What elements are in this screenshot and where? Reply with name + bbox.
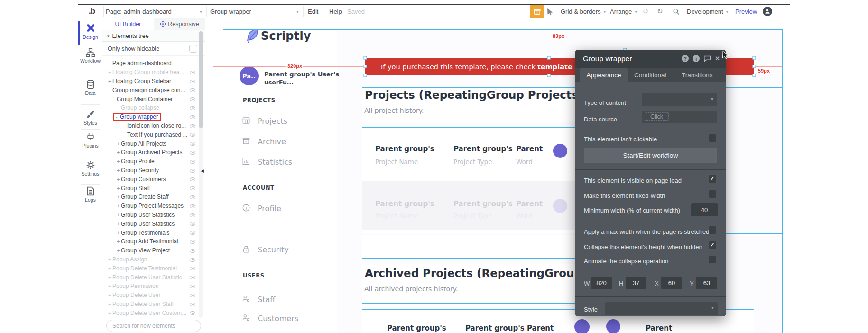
eye-icon[interactable] — [190, 151, 195, 155]
eye-icon[interactable] — [190, 133, 195, 137]
tree-item[interactable]: +Group Create Staff — [102, 193, 205, 202]
nav-item-customers[interactable]: Customers — [258, 314, 298, 323]
y-input[interactable]: 63 — [696, 277, 717, 289]
rail-item-styles[interactable]: Styles — [78, 110, 102, 126]
visible-on-load-checkbox[interactable] — [709, 175, 716, 183]
eye-icon[interactable] — [190, 258, 195, 262]
rail-item-workflow[interactable]: Workflow — [78, 48, 102, 64]
action-button[interactable] — [553, 144, 567, 158]
nav-item-statistics[interactable]: Statistics — [258, 157, 292, 166]
max-width-checkbox[interactable] — [709, 226, 716, 234]
tree-item[interactable]: Text If you purchased ... — [102, 130, 205, 139]
user-avatar[interactable] — [763, 7, 772, 16]
eye-icon[interactable] — [190, 186, 195, 190]
selection-handle[interactable] — [364, 74, 367, 77]
tree-item[interactable]: +Group User Statistics — [102, 219, 205, 228]
tree-item[interactable]: +Group Staff — [102, 184, 205, 193]
tree-item[interactable]: IonicIcon ion-close-ro... — [102, 121, 205, 130]
tree-item[interactable]: Page admin-dashboard — [102, 59, 205, 68]
hideable-checkbox[interactable] — [189, 45, 197, 53]
selection-handle[interactable] — [364, 56, 367, 60]
search-icon[interactable] — [673, 5, 680, 18]
eye-icon[interactable] — [190, 97, 195, 101]
selection-handle[interactable] — [547, 56, 551, 60]
eye-icon[interactable] — [190, 142, 195, 146]
style-dropdown[interactable]: ▾ — [605, 302, 718, 315]
tree-item-selected[interactable]: -Group wrapper — [102, 112, 205, 121]
tree-item[interactable]: +Popup Assign — [102, 255, 205, 264]
tab-conditional[interactable]: Conditional — [634, 68, 666, 82]
eye-icon[interactable] — [190, 311, 195, 315]
tree-item[interactable]: +Group All Projects — [102, 139, 205, 148]
tree-item[interactable]: +Floating Group mobile hea... — [102, 68, 205, 77]
gift-icon[interactable] — [530, 5, 544, 18]
tree-item[interactable]: -Group Main Container — [102, 94, 205, 103]
panel-collapse-icon[interactable]: ◀ — [201, 168, 204, 173]
tree-item[interactable]: +Group Profile — [102, 157, 205, 166]
type-of-content-dropdown[interactable]: ▾ — [642, 93, 717, 106]
info-icon[interactable]: i — [693, 55, 700, 62]
tree-item[interactable]: +Group Add Testimonial — [102, 237, 205, 246]
eye-icon[interactable] — [190, 249, 195, 253]
eye-icon[interactable] — [190, 240, 195, 244]
preview-button[interactable]: Preview — [735, 5, 757, 18]
tree-item[interactable]: +Popup Delete User Statistic — [102, 273, 205, 282]
eye-icon[interactable] — [190, 294, 195, 297]
start-edit-workflow-button[interactable]: Start/Edit workflow — [584, 148, 717, 163]
nav-item-profile[interactable]: Profile — [258, 204, 281, 213]
bubble-logo[interactable]: .b — [89, 5, 95, 18]
eye-icon[interactable] — [190, 231, 195, 235]
eye-icon[interactable] — [190, 285, 195, 288]
help-menu[interactable]: Help — [329, 5, 342, 18]
eye-icon[interactable] — [190, 195, 195, 199]
tree-item[interactable]: +Popup Delete User Staff — [102, 300, 205, 309]
elements-tree-header[interactable]: ▾ Elements tree — [102, 30, 205, 42]
tree-item[interactable]: +Popup Delete User Custom... — [102, 308, 205, 317]
tree-item[interactable]: +Group View Project — [102, 246, 205, 255]
selection-handle[interactable] — [547, 74, 551, 77]
action-button[interactable] — [574, 319, 590, 333]
tab-ui-builder[interactable]: UI Builder — [102, 18, 154, 30]
collapse-height-checkbox[interactable] — [709, 241, 716, 249]
tree-item[interactable]: Group collapse — [102, 103, 205, 112]
data-source-value[interactable]: Click — [645, 112, 669, 121]
eye-icon[interactable] — [190, 177, 195, 181]
tree-item[interactable]: +Group Archived Projects — [102, 148, 205, 157]
eye-icon[interactable] — [190, 115, 195, 119]
environment-selector[interactable]: Development▾ — [687, 5, 729, 18]
grid-borders-menu[interactable]: Grid & borders▾ — [561, 5, 606, 18]
eye-icon[interactable] — [190, 80, 195, 83]
tree-item[interactable]: +Popup Delete User — [102, 291, 205, 300]
eye-icon[interactable] — [190, 160, 195, 164]
eye-icon[interactable] — [190, 71, 195, 74]
nav-item-security[interactable]: Security — [258, 245, 289, 254]
eye-icon[interactable] — [190, 276, 195, 279]
edit-menu[interactable]: Edit — [308, 5, 318, 18]
undo-icon[interactable]: ↺ — [643, 5, 649, 18]
tab-responsive[interactable]: Responsive — [154, 18, 205, 30]
selection-handle[interactable] — [364, 65, 367, 68]
tab-appearance[interactable]: Appearance — [580, 68, 628, 82]
nav-item-projects[interactable]: Projects — [258, 117, 287, 126]
tree-item[interactable]: +Popup Delete Testimonial — [102, 264, 205, 273]
tree-item[interactable]: +Group Testimonials — [102, 228, 205, 237]
tree-item[interactable]: +Floating Group Sidebar — [102, 77, 205, 86]
page-selector[interactable]: Page: admin-dashboard — [106, 5, 172, 18]
tree-item[interactable]: +Group Customers — [102, 175, 205, 184]
scrollbar-thumb[interactable] — [199, 31, 203, 128]
rail-item-logs[interactable]: Logs — [78, 186, 102, 203]
rail-item-data[interactable]: Data — [78, 80, 102, 96]
tree-item[interactable]: +Group Project Messages — [102, 202, 205, 211]
eye-icon[interactable] — [190, 213, 195, 217]
w-input[interactable]: 820 — [591, 277, 612, 289]
selection-handle[interactable] — [753, 65, 756, 68]
tree-item[interactable]: -Group margin collapse con... — [102, 85, 205, 94]
nav-item-archive[interactable]: Archive — [258, 137, 286, 146]
eye-icon[interactable] — [190, 303, 195, 306]
animate-collapse-checkbox[interactable] — [709, 256, 716, 263]
help-icon[interactable]: ? — [682, 55, 689, 62]
data-source-field[interactable]: Click — [642, 111, 717, 123]
nav-item-staff[interactable]: Staff — [258, 295, 275, 304]
eye-icon[interactable] — [190, 222, 195, 226]
rail-item-settings[interactable]: Settings — [78, 160, 102, 176]
